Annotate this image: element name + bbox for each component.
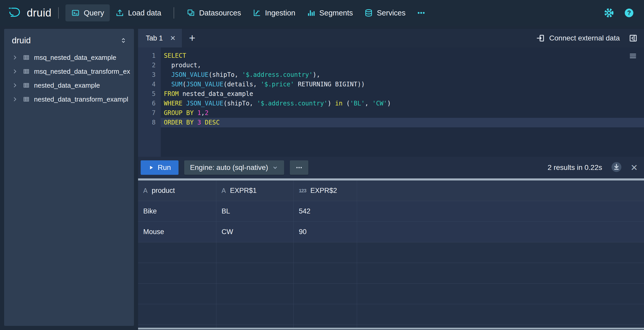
code-line[interactable]: 8ORDER BY 3 DESC: [138, 118, 644, 127]
code-text: GROUP BY 1,2: [161, 108, 208, 118]
more-icon: [417, 9, 426, 17]
table-cell[interactable]: BL: [216, 201, 294, 221]
druid-logo-icon: [8, 5, 22, 21]
line-number: 3: [138, 70, 161, 80]
more-icon: [295, 164, 303, 171]
line-number: 7: [138, 108, 161, 118]
help-icon[interactable]: ?: [624, 8, 634, 18]
table-cell[interactable]: 542: [294, 201, 357, 221]
table-row: MouseCW90: [138, 222, 644, 242]
nav-item-label: Load data: [128, 9, 161, 17]
gear-icon[interactable]: [604, 8, 614, 18]
code-line[interactable]: 3 JSON_VALUE(shipTo, '$.address.country'…: [138, 70, 644, 80]
code-line[interactable]: 4 SUM(JSON_VALUE(details, '$.price' RETU…: [138, 80, 644, 89]
svg-text:?: ?: [627, 10, 631, 16]
add-tab-button[interactable]: +: [189, 33, 196, 44]
sidebar-header: druid: [4, 29, 134, 51]
chevron-right-icon[interactable]: [11, 54, 19, 61]
string-type-icon: A: [222, 187, 226, 194]
empty-cell: [294, 304, 357, 325]
nav-item-load-data[interactable]: Load data: [110, 4, 167, 21]
datasource-label: msq_nested_data_transform_ex: [34, 68, 130, 76]
editor-menu-button[interactable]: [629, 52, 637, 60]
chevron-right-icon[interactable]: [11, 82, 19, 89]
table-row: BikeBL542: [138, 201, 644, 222]
code-line[interactable]: 1SELECT: [138, 51, 644, 61]
sidebar-item-datasource[interactable]: msq_nested_data_transform_ex: [4, 64, 134, 78]
datasource-label: msq_nested_data_example: [34, 54, 116, 62]
empty-cell: [294, 263, 357, 283]
druid-logo[interactable]: druid: [8, 5, 52, 21]
brand-text: druid: [27, 7, 52, 19]
datasources-icon: [187, 9, 195, 17]
tab-close-icon[interactable]: ✕: [170, 34, 176, 42]
query-icon: [71, 9, 80, 17]
run-more-button[interactable]: [290, 160, 308, 175]
table-icon: [23, 68, 30, 75]
result-status: 2 results in 0.22s: [548, 163, 602, 172]
code-line[interactable]: 2 product,: [138, 61, 644, 70]
line-number: 5: [138, 89, 161, 99]
sidebar-item-datasource[interactable]: msq_nested_data_example: [4, 51, 134, 64]
table-cell[interactable]: CW: [216, 222, 294, 242]
engine-label: Engine: auto (sql-native): [190, 163, 268, 172]
empty-cell: [216, 242, 294, 263]
chevron-down-icon: [272, 164, 278, 171]
nav-item-segments[interactable]: Segments: [301, 4, 359, 21]
nav-item-query[interactable]: Query: [65, 4, 110, 21]
sidebar-item-datasource[interactable]: nested_data_example: [4, 78, 134, 92]
nav-item-services[interactable]: Services: [359, 4, 411, 21]
cell-value: 542: [299, 207, 310, 215]
nav-item-label: Datasources: [199, 9, 241, 17]
empty-cell: [357, 304, 644, 325]
run-button[interactable]: Run: [141, 160, 179, 175]
empty-cell: [357, 263, 644, 283]
nav-item-label: Services: [377, 9, 405, 17]
nav-item-label: Query: [84, 9, 104, 17]
code-line[interactable]: 5FROM nested_data_example: [138, 89, 644, 99]
empty-cell: [357, 284, 644, 304]
sidebar-item-datasource[interactable]: nested_data_transform_exampl: [4, 92, 134, 106]
nav-separator: [174, 7, 174, 19]
table-cell[interactable]: 90: [294, 222, 357, 242]
code-line[interactable]: 7GROUP BY 1,2: [138, 108, 644, 118]
table-cell[interactable]: Mouse: [138, 222, 216, 242]
empty-cell: [294, 242, 357, 263]
nav-item-ingestion[interactable]: Ingestion: [247, 4, 301, 21]
ingestion-icon: [252, 9, 261, 17]
table-cell[interactable]: Bike: [138, 201, 216, 221]
table-icon: [23, 96, 30, 103]
download-results-button[interactable]: [611, 161, 622, 174]
string-type-icon: A: [143, 187, 148, 194]
column-header-EXPR$1[interactable]: AEXPR$1: [216, 180, 294, 201]
nav-more-button[interactable]: [411, 4, 431, 21]
run-button-label: Run: [158, 163, 171, 172]
chevron-right-icon[interactable]: [11, 96, 19, 103]
close-results-icon[interactable]: ✕: [631, 163, 638, 172]
results-table: AproductAEXPR$1123EXPR$2BikeBL542MouseCW…: [138, 180, 644, 330]
code-line[interactable]: 6WHERE JSON_VALUE(shipTo, '$.address.cou…: [138, 99, 644, 108]
tab-query-1[interactable]: Tab 1 ✕: [138, 29, 182, 47]
load-data-icon: [115, 9, 124, 17]
splitter-handle[interactable]: [138, 178, 644, 180]
horizontal-scrollbar[interactable]: [138, 328, 644, 329]
sql-editor[interactable]: 1SELECT2 product,3 JSON_VALUE(shipTo, '$…: [138, 47, 644, 157]
connect-external-data-button[interactable]: Connect external data: [536, 34, 620, 43]
panel-toggle-icon[interactable]: [629, 34, 638, 43]
line-number: 6: [138, 99, 161, 108]
nav-item-datasources[interactable]: Datasources: [181, 4, 247, 21]
empty-cell: [294, 284, 357, 304]
column-label: EXPR$1: [230, 187, 257, 195]
column-header-product[interactable]: Aproduct: [138, 180, 216, 201]
line-number: 2: [138, 61, 161, 70]
runbar-right: 2 results in 0.22s ✕: [548, 161, 638, 174]
line-number: 1: [138, 51, 161, 61]
datasource-label: nested_data_transform_exampl: [34, 95, 128, 103]
chevron-right-icon[interactable]: [11, 68, 19, 75]
services-icon: [364, 9, 373, 17]
filler-cell: [357, 201, 644, 221]
column-header-EXPR$2[interactable]: 123EXPR$2: [294, 180, 357, 201]
hamburger-icon: [629, 52, 637, 60]
sort-icon[interactable]: [120, 37, 127, 44]
engine-dropdown[interactable]: Engine: auto (sql-native): [184, 160, 284, 175]
